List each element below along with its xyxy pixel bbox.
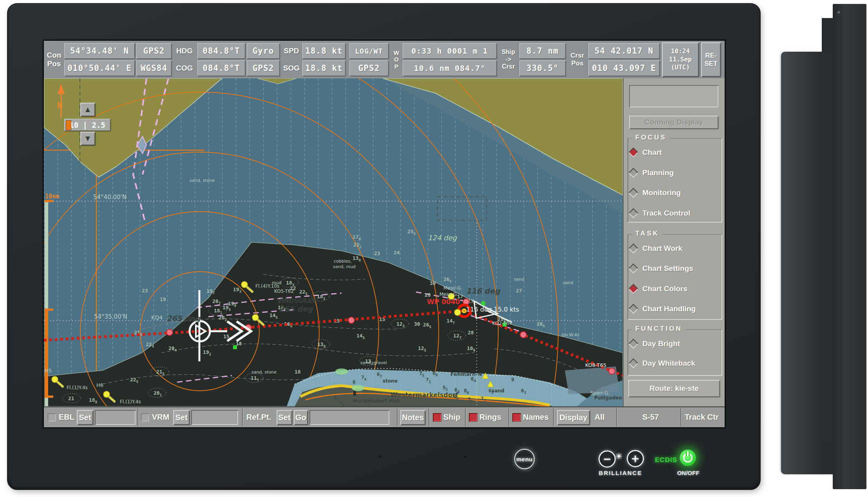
rings-label: Rings [479, 407, 501, 427]
chart-label: Mess-G. [443, 285, 462, 291]
toolbar-divider [553, 408, 554, 426]
conning-display-button[interactable]: Conning Display [629, 116, 718, 129]
refpt-label: Ref.Pt. [246, 407, 271, 427]
chart-label: sand [492, 388, 504, 394]
toolbar-divider [508, 408, 509, 426]
notes-button[interactable]: Notes [400, 410, 425, 425]
diamond-toggle-icon [628, 188, 638, 198]
task-item-chart-handling[interactable]: Chart Handling [630, 305, 696, 313]
diamond-toggle-icon [628, 208, 638, 218]
depth-sounding: 28 [468, 330, 474, 336]
reset-button[interactable]: RE- SET [701, 42, 721, 77]
chart-label: sand [514, 277, 524, 282]
chart-label: stone [383, 378, 398, 384]
track-ctr-label[interactable]: Track Ctr [685, 407, 719, 427]
ship-to-cursor-label: Ship->Crsr [499, 42, 518, 77]
cursor-lon-value: 010 43.097 E [588, 60, 660, 76]
focus-item-chart[interactable]: Chart [630, 148, 662, 157]
task-item-chart-work[interactable]: Chart Work [630, 244, 682, 253]
route-waypoint[interactable] [166, 329, 173, 336]
chart-label: KQ4 [151, 314, 163, 321]
chart-label: mud [272, 280, 282, 285]
display-button[interactable]: Display [557, 410, 590, 425]
ebl-checkbox[interactable] [48, 414, 56, 421]
chart-label: sand, stone [190, 178, 215, 183]
diamond-toggle-icon [628, 168, 638, 178]
refpt-set-button[interactable]: Set [277, 410, 292, 425]
spd-label: SPD [281, 43, 302, 59]
brilliance-plus-button[interactable]: + [627, 450, 644, 467]
toolbar-divider [137, 408, 138, 426]
vrm-set-button[interactable]: Set [173, 410, 190, 425]
scale-down-button[interactable]: ▼ [80, 132, 95, 145]
wop-time-value: 0:33 h 0001 m 1 [403, 43, 497, 59]
chart-label: H6 [96, 382, 103, 388]
diamond-toggle-icon [628, 243, 638, 253]
depth-sounding: 23 [374, 250, 380, 256]
function-item-day-bright[interactable]: Day Bright [630, 339, 680, 348]
buoy-symbol [454, 309, 461, 316]
vrm-checkbox[interactable] [141, 414, 149, 421]
scale-up-button[interactable]: ▲ [80, 103, 95, 116]
focus-item-planning[interactable]: Planning [630, 169, 674, 177]
chart-format-label[interactable]: S-57 [642, 407, 659, 427]
toolbar-divider [465, 408, 466, 426]
ebl-value-field[interactable] [95, 410, 136, 425]
clock-display: 10:24 11.Sep (UTC) [662, 42, 699, 77]
function-item-day-whiteback[interactable]: Day Whiteback [630, 359, 695, 368]
ecdis-indicator: ECDIS [655, 456, 677, 464]
chart-label: VINDSGRAV [277, 297, 316, 305]
cursor-pos-label: CrsrPos [568, 43, 587, 76]
power-button[interactable] [680, 450, 696, 466]
side-monitor-body [781, 52, 836, 474]
diamond-toggle-icon [628, 339, 638, 348]
cursor-bearing-value: 330.5° [519, 60, 566, 76]
route-waypoint[interactable] [609, 368, 615, 374]
toolbar-divider [242, 408, 243, 426]
depth-sounding: 6 [353, 379, 356, 385]
chart-label: N [57, 101, 62, 111]
side-monitor-bezel-edge [833, 4, 866, 489]
toolbar-divider [397, 408, 398, 426]
refpt-value-field[interactable] [309, 410, 389, 425]
diamond-toggle-icon [628, 284, 638, 294]
route-waypoint[interactable] [348, 317, 354, 323]
chart-label: 54°40.00'N [93, 194, 127, 201]
green-mark [481, 301, 485, 305]
menu-hardware-button[interactable]: menu [514, 449, 535, 469]
brilliance-minus-button[interactable]: − [599, 450, 616, 468]
chart-label: KO5-T62 [274, 288, 294, 294]
sog-value: 18.8 kt [302, 60, 345, 76]
display-all-label[interactable]: All [595, 407, 605, 427]
sog-label: SOG [281, 60, 302, 76]
vrm-value-field[interactable] [191, 410, 238, 425]
cog-source: GPS2 [247, 60, 280, 76]
rings-checkbox[interactable] [469, 414, 477, 421]
task-item-chart-colors[interactable]: Chart Colors [630, 285, 687, 293]
diamond-toggle-icon [628, 147, 638, 157]
depth-sounding: 27 [516, 288, 522, 294]
focus-item-track-control[interactable]: Track Control [630, 209, 690, 218]
chart-area[interactable]: 1971932222518320719918119518520216615145… [44, 78, 623, 406]
toolbar-divider [680, 408, 681, 426]
ecdis-screen: ConPos 54°34.48' N 010°50.44' E GPS2 WGS… [44, 41, 725, 427]
power-icon [683, 453, 693, 463]
ship-checkbox[interactable] [433, 414, 441, 421]
task-item-chart-settings[interactable]: Chart Settings [630, 264, 693, 273]
chart-label: Fl.(1)Y.4s [120, 399, 141, 404]
ebl-set-button[interactable]: Set [77, 410, 93, 425]
depth-sounding: 23 [142, 288, 148, 294]
spd-source: LOG/WT [349, 43, 389, 59]
chart-canvas[interactable]: 1971932222518320719918119518520216615145… [44, 78, 623, 406]
route-button[interactable]: Route: kie-ste [628, 380, 720, 397]
chart-label: cobbles, [334, 259, 352, 264]
refpt-go-button[interactable]: Go [294, 410, 308, 425]
scene: ConPos 54°34.48' N 010°50.44' E GPS2 WGS… [0, 0, 868, 497]
route-waypoint[interactable] [520, 332, 526, 338]
chart-label: sand, stone [251, 370, 277, 375]
names-checkbox[interactable] [513, 414, 521, 421]
diamond-toggle-icon [628, 358, 638, 368]
scale-marker [66, 120, 71, 130]
hdg-label: HDG [173, 43, 196, 59]
focus-item-monitoring[interactable]: Monitoring [630, 189, 681, 197]
